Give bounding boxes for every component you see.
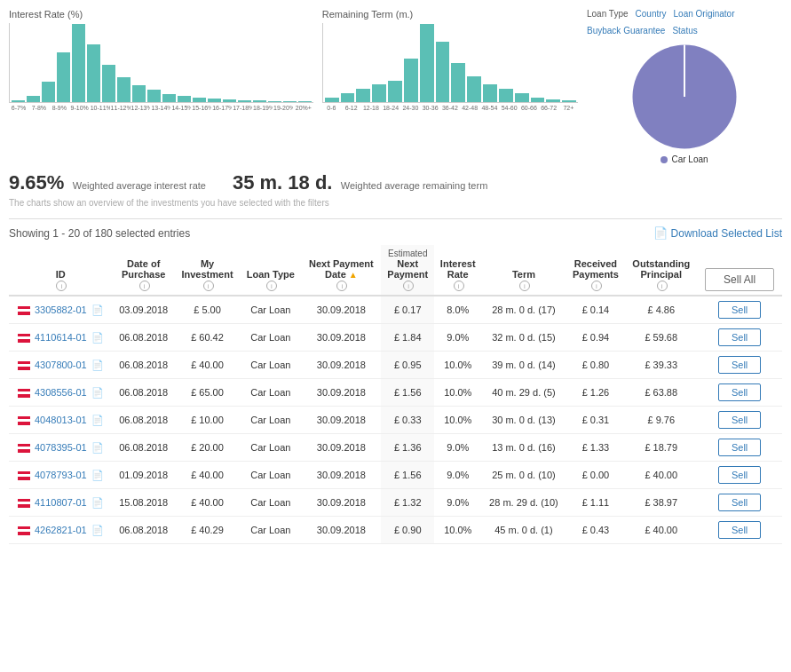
term-bar (499, 89, 513, 102)
loan-type-filters: Loan Type Country Loan Originator Buybac… (587, 9, 782, 36)
cell-term: 39 m. 0 d. (14) (481, 352, 566, 379)
col-date: Date ofPurchase i (113, 245, 175, 296)
sell-button[interactable]: Sell (718, 301, 761, 319)
col-investment: MyInvestment i (175, 245, 241, 296)
pdf-icon[interactable]: 📄 (91, 360, 104, 370)
cell-est-next-payment: £ 1.32 (381, 489, 434, 517)
investments-table: ID i Date ofPurchase i MyInvestment i Lo… (9, 245, 782, 544)
cell-received: £ 0.14 (566, 296, 626, 324)
interest-bar (253, 100, 266, 102)
pdf-icon[interactable]: 📄 (91, 387, 104, 398)
filter-country[interactable]: Country (636, 9, 667, 19)
remaining-term-title: Remaining Term (m.) (322, 9, 578, 20)
loan-type-info-icon[interactable]: i (266, 281, 277, 291)
pdf-icon[interactable]: 📄 (91, 304, 104, 315)
cell-date: 15.08.2018 (113, 489, 175, 517)
download-link[interactable]: 📄 Download Selected List (653, 226, 782, 240)
sell-button[interactable]: Sell (718, 328, 761, 346)
id-link[interactable]: 3305882-01 (35, 304, 87, 315)
sell-button[interactable]: Sell (718, 356, 761, 374)
term-label: 12-18 (361, 105, 380, 111)
cell-date: 06.08.2018 (113, 434, 175, 462)
next-date-info-icon[interactable]: i (336, 281, 347, 291)
interest-label: 6-7% (9, 105, 28, 111)
cell-loan-type: Car Loan (240, 517, 301, 544)
cell-loan-type: Car Loan (240, 407, 301, 434)
term-info-icon[interactable]: i (519, 281, 530, 291)
id-link[interactable]: 4078793-01 (35, 470, 87, 480)
interest-rate-info-icon[interactable]: i (454, 281, 464, 291)
pdf-icon[interactable]: 📄 (91, 497, 104, 508)
cell-outstanding: £ 59.68 (625, 324, 697, 352)
id-link[interactable]: 4307800-01 (35, 360, 87, 370)
id-link[interactable]: 4262821-01 (35, 525, 87, 535)
table-row: 4110807-01 📄 15.08.2018 £ 40.00 Car Loan… (9, 489, 782, 517)
sell-button[interactable]: Sell (718, 466, 761, 484)
interest-bar (147, 90, 161, 102)
pdf-icon[interactable]: 📄 (91, 442, 104, 453)
investment-info-icon[interactable]: i (203, 281, 214, 291)
term-label: 72+ (559, 105, 578, 111)
filter-buyback[interactable]: Buyback Guarantee (587, 26, 665, 36)
table-row: 4078793-01 📄 01.09.2018 £ 40.00 Car Loan… (9, 462, 782, 489)
term-label: 36-42 (440, 105, 459, 111)
cell-loan-type: Car Loan (240, 434, 301, 462)
cell-next-payment-date: 30.09.2018 (301, 489, 381, 517)
sell-button[interactable]: Sell (718, 439, 761, 456)
flag-icon (18, 444, 30, 453)
download-label: Download Selected List (671, 227, 782, 240)
pie-chart (627, 39, 742, 154)
term-label: 6-12 (342, 105, 360, 111)
pdf-icon[interactable]: 📄 (91, 525, 104, 535)
cell-term: 40 m. 29 d. (5) (481, 379, 566, 407)
cell-outstanding: £ 63.88 (625, 379, 697, 407)
flag-icon (18, 389, 30, 398)
sell-all-button[interactable]: Sell All (705, 268, 774, 291)
cell-investment: £ 10.00 (175, 407, 241, 434)
id-link[interactable]: 4308556-01 (35, 387, 87, 398)
term-bar (341, 93, 355, 102)
cell-term: 30 m. 0 d. (13) (481, 407, 566, 434)
id-link[interactable]: 4078395-01 (35, 442, 87, 453)
interest-rate-bars (9, 23, 313, 103)
term-bar (451, 63, 465, 102)
cell-id: 4110614-01 📄 (9, 324, 113, 352)
table-row: 4078395-01 📄 06.08.2018 £ 20.00 Car Loan… (9, 434, 782, 462)
received-info-icon[interactable]: i (591, 281, 602, 291)
sell-button[interactable]: Sell (718, 411, 761, 429)
cell-term: 25 m. 0 d. (10) (481, 462, 566, 489)
avg-rate-label: Weighted average interest rate (73, 180, 206, 191)
sell-button[interactable]: Sell (718, 383, 761, 401)
interest-label: 20%+ (294, 105, 313, 111)
cell-outstanding: £ 4.86 (625, 296, 697, 324)
car-loan-dot (660, 156, 668, 163)
term-bar (531, 98, 545, 102)
cell-next-payment-date: 30.09.2018 (301, 324, 381, 352)
filter-status[interactable]: Status (672, 26, 697, 36)
id-link[interactable]: 4110807-01 (35, 497, 87, 508)
cell-est-next-payment: £ 1.36 (381, 434, 434, 462)
cell-loan-type: Car Loan (240, 352, 301, 379)
cell-est-next-payment: £ 0.90 (381, 517, 434, 544)
cell-sell: Sell (697, 352, 782, 379)
id-info-icon[interactable]: i (56, 281, 67, 291)
col-received: ReceivedPayments i (566, 245, 626, 296)
id-link[interactable]: 4048013-01 (35, 415, 87, 425)
filter-loan-originator[interactable]: Loan Originator (674, 9, 735, 19)
sell-button[interactable]: Sell (718, 494, 761, 511)
interest-bar (72, 24, 85, 102)
id-link[interactable]: 4110614-01 (35, 332, 87, 343)
interest-label: 14-15% (171, 105, 191, 111)
pdf-icon[interactable]: 📄 (91, 470, 104, 480)
cell-next-payment-date: 30.09.2018 (301, 462, 381, 489)
pdf-icon[interactable]: 📄 (91, 332, 104, 343)
cell-received: £ 0.00 (566, 462, 626, 489)
cell-interest-rate: 9.0% (434, 324, 481, 352)
est-payment-info-icon[interactable]: i (403, 281, 414, 291)
date-info-icon[interactable]: i (139, 281, 150, 291)
outstanding-info-icon[interactable]: i (657, 281, 668, 291)
sell-button[interactable]: Sell (718, 521, 761, 539)
cell-next-payment-date: 30.09.2018 (301, 352, 381, 379)
table-row: 4048013-01 📄 06.08.2018 £ 10.00 Car Loan… (9, 407, 782, 434)
pdf-icon[interactable]: 📄 (91, 415, 104, 425)
